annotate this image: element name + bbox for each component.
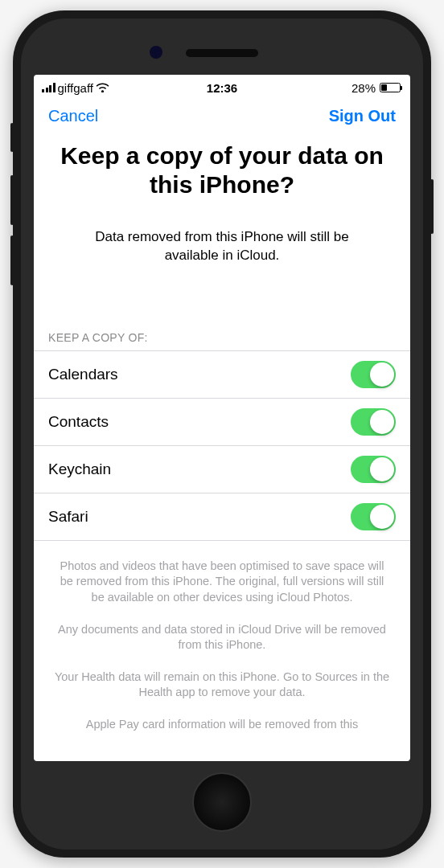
front-camera	[150, 46, 162, 59]
carrier-label: giffgaff	[58, 81, 94, 95]
footer-note: Any documents and data stored in iCloud …	[53, 622, 391, 653]
toggle-contacts[interactable]	[351, 408, 396, 436]
footer-notes: Photos and videos that have been optimis…	[34, 541, 410, 733]
battery-icon	[378, 83, 402, 92]
status-bar: giffgaff 12:36 28%	[34, 75, 410, 96]
footer-note: Photos and videos that have been optimis…	[53, 559, 391, 606]
row-label: Calendars	[48, 366, 118, 383]
footer-note: Apple Pay card information will be remov…	[53, 717, 391, 733]
section-header: KEEP A COPY OF:	[34, 331, 410, 350]
row-label: Contacts	[48, 413, 109, 431]
battery-percent-label: 28%	[352, 81, 376, 95]
content-area: Keep a copy of your data on this iPhone?…	[34, 137, 410, 761]
phone-bezel: giffgaff 12:36 28% Cancel Sign Out	[21, 18, 423, 850]
row-label: Safari	[48, 508, 88, 526]
cancel-button[interactable]: Cancel	[48, 107, 98, 125]
page-title: Keep a copy of your data on this iPhone?	[56, 141, 388, 199]
home-button[interactable]	[192, 772, 252, 832]
row-label: Keychain	[48, 461, 111, 478]
footer-note: Your Health data will remain on this iPh…	[53, 669, 391, 701]
clock-label: 12:36	[162, 81, 282, 95]
toggle-keychain[interactable]	[351, 456, 396, 483]
row-contacts: Contacts	[34, 399, 410, 446]
wifi-icon	[96, 83, 109, 92]
silent-switch	[10, 123, 14, 152]
volume-down-button	[10, 235, 14, 285]
earpiece	[186, 49, 258, 57]
row-keychain: Keychain	[34, 446, 410, 493]
row-safari: Safari	[34, 493, 410, 541]
volume-up-button	[10, 175, 14, 225]
toggle-calendars[interactable]	[351, 361, 396, 388]
power-button	[430, 179, 434, 234]
toggle-list: Calendars Contacts Keychain Safari	[34, 350, 410, 541]
screen: giffgaff 12:36 28% Cancel Sign Out	[34, 75, 410, 761]
sign-out-button[interactable]: Sign Out	[329, 107, 396, 125]
nav-bar: Cancel Sign Out	[34, 96, 410, 137]
toggle-safari[interactable]	[351, 503, 396, 530]
page-subtitle: Data removed from this iPhone will still…	[56, 228, 388, 265]
cellular-signal-icon	[42, 83, 56, 92]
row-calendars: Calendars	[34, 351, 410, 399]
phone-frame: giffgaff 12:36 28% Cancel Sign Out	[13, 10, 431, 858]
